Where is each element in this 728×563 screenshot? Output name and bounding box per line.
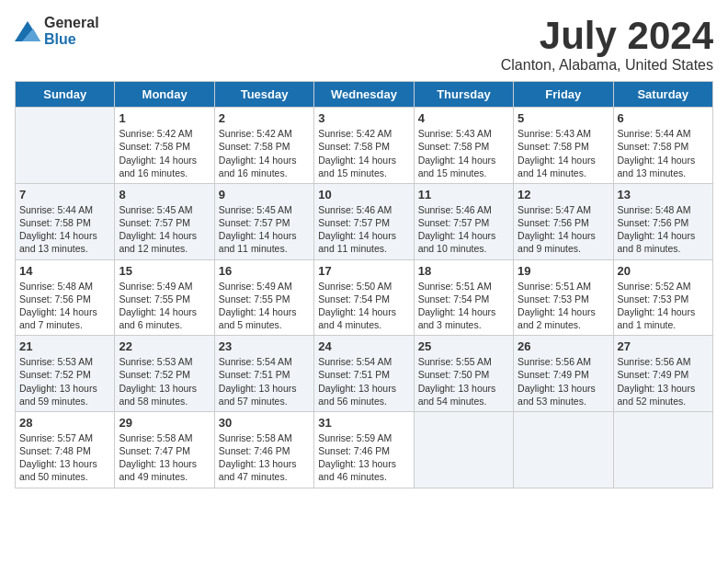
day-number: 28 [19, 416, 110, 430]
day-info: Sunrise: 5:59 AMSunset: 7:46 PMDaylight:… [318, 431, 409, 484]
main-title: July 2024 [501, 15, 713, 57]
day-info: Sunrise: 5:50 AMSunset: 7:54 PMDaylight:… [318, 280, 409, 332]
day-info: Sunrise: 5:58 AMSunset: 7:46 PMDaylight:… [219, 431, 310, 484]
day-info: Sunrise: 5:46 AMSunset: 7:57 PMDaylight:… [418, 203, 509, 256]
day-info: Sunrise: 5:52 AMSunset: 7:53 PMDaylight:… [618, 280, 709, 332]
day-info: Sunrise: 5:56 AMSunset: 7:49 PMDaylight:… [618, 355, 709, 408]
calendar-cell [514, 411, 613, 488]
calendar-cell: 31Sunrise: 5:59 AMSunset: 7:46 PMDayligh… [314, 411, 414, 488]
calendar-week-5: 28Sunrise: 5:57 AMSunset: 7:48 PMDayligh… [16, 411, 713, 488]
day-number: 10 [318, 188, 409, 201]
day-number: 4 [418, 111, 509, 125]
calendar-cell: 6Sunrise: 5:44 AMSunset: 7:58 PMDaylight… [613, 108, 712, 184]
day-number: 2 [219, 111, 310, 125]
calendar-week-2: 7Sunrise: 5:44 AMSunset: 7:58 PMDaylight… [16, 183, 713, 259]
day-number: 14 [19, 264, 110, 278]
calendar-cell: 17Sunrise: 5:50 AMSunset: 7:54 PMDayligh… [314, 259, 414, 336]
calendar-cell: 20Sunrise: 5:52 AMSunset: 7:53 PMDayligh… [613, 259, 712, 336]
day-number: 1 [119, 111, 210, 125]
day-info: Sunrise: 5:56 AMSunset: 7:49 PMDaylight:… [518, 355, 609, 408]
day-number: 11 [418, 188, 509, 201]
header-cell-friday: Friday [514, 82, 613, 108]
day-number: 25 [418, 339, 509, 353]
calendar-cell: 3Sunrise: 5:42 AMSunset: 7:58 PMDaylight… [314, 108, 414, 184]
day-info: Sunrise: 5:45 AMSunset: 7:57 PMDaylight:… [219, 203, 310, 256]
day-number: 13 [618, 188, 709, 201]
day-number: 27 [618, 339, 709, 353]
day-info: Sunrise: 5:55 AMSunset: 7:50 PMDaylight:… [418, 355, 509, 408]
logo-general: General [44, 15, 99, 30]
calendar-cell: 19Sunrise: 5:51 AMSunset: 7:53 PMDayligh… [514, 259, 613, 336]
day-info: Sunrise: 5:51 AMSunset: 7:53 PMDaylight:… [518, 280, 609, 332]
header-cell-sunday: Sunday [16, 82, 115, 108]
day-info: Sunrise: 5:49 AMSunset: 7:55 PMDaylight:… [119, 280, 210, 332]
header-cell-wednesday: Wednesday [314, 82, 414, 108]
calendar-cell: 25Sunrise: 5:55 AMSunset: 7:50 PMDayligh… [414, 336, 513, 412]
calendar-cell [414, 411, 513, 488]
calendar-cell: 14Sunrise: 5:48 AMSunset: 7:56 PMDayligh… [16, 259, 115, 336]
day-info: Sunrise: 5:42 AMSunset: 7:58 PMDaylight:… [119, 127, 210, 179]
calendar-cell: 5Sunrise: 5:43 AMSunset: 7:58 PMDaylight… [514, 108, 613, 184]
day-number: 21 [19, 339, 110, 353]
day-info: Sunrise: 5:54 AMSunset: 7:51 PMDaylight:… [219, 355, 310, 408]
day-number: 26 [518, 339, 609, 353]
calendar-body: 1Sunrise: 5:42 AMSunset: 7:58 PMDaylight… [16, 108, 713, 488]
calendar-cell: 29Sunrise: 5:58 AMSunset: 7:47 PMDayligh… [115, 411, 214, 488]
logo-blue: Blue [44, 31, 76, 47]
header-cell-thursday: Thursday [414, 82, 513, 108]
day-number: 7 [19, 188, 110, 201]
calendar-cell: 28Sunrise: 5:57 AMSunset: 7:48 PMDayligh… [16, 411, 115, 488]
calendar-cell: 11Sunrise: 5:46 AMSunset: 7:57 PMDayligh… [414, 183, 513, 259]
day-info: Sunrise: 5:43 AMSunset: 7:58 PMDaylight:… [418, 127, 509, 179]
day-info: Sunrise: 5:49 AMSunset: 7:55 PMDaylight:… [219, 280, 310, 332]
day-number: 3 [318, 111, 409, 125]
calendar-cell: 9Sunrise: 5:45 AMSunset: 7:57 PMDaylight… [214, 183, 313, 259]
day-number: 17 [318, 264, 409, 278]
calendar-cell: 16Sunrise: 5:49 AMSunset: 7:55 PMDayligh… [214, 259, 313, 336]
calendar-cell: 21Sunrise: 5:53 AMSunset: 7:52 PMDayligh… [16, 336, 115, 412]
calendar-cell: 8Sunrise: 5:45 AMSunset: 7:57 PMDaylight… [115, 183, 214, 259]
header-row: SundayMondayTuesdayWednesdayThursdayFrid… [16, 82, 713, 108]
day-info: Sunrise: 5:48 AMSunset: 7:56 PMDaylight:… [19, 280, 110, 332]
calendar-week-3: 14Sunrise: 5:48 AMSunset: 7:56 PMDayligh… [16, 259, 713, 336]
day-info: Sunrise: 5:53 AMSunset: 7:52 PMDaylight:… [119, 355, 210, 408]
calendar-cell: 1Sunrise: 5:42 AMSunset: 7:58 PMDaylight… [115, 108, 214, 184]
page-header: General Blue July 2024 Clanton, Alabama,… [15, 15, 713, 74]
day-number: 22 [119, 339, 210, 353]
day-info: Sunrise: 5:54 AMSunset: 7:51 PMDaylight:… [318, 355, 409, 408]
day-number: 12 [518, 188, 609, 201]
day-info: Sunrise: 5:53 AMSunset: 7:52 PMDaylight:… [19, 355, 110, 408]
day-info: Sunrise: 5:47 AMSunset: 7:56 PMDaylight:… [518, 203, 609, 256]
day-info: Sunrise: 5:46 AMSunset: 7:57 PMDaylight:… [318, 203, 409, 256]
day-info: Sunrise: 5:42 AMSunset: 7:58 PMDaylight:… [318, 127, 409, 179]
day-number: 8 [119, 188, 210, 201]
calendar-cell: 12Sunrise: 5:47 AMSunset: 7:56 PMDayligh… [514, 183, 613, 259]
calendar-cell: 24Sunrise: 5:54 AMSunset: 7:51 PMDayligh… [314, 336, 414, 412]
day-number: 31 [318, 416, 409, 430]
header-cell-tuesday: Tuesday [214, 82, 313, 108]
day-info: Sunrise: 5:57 AMSunset: 7:48 PMDaylight:… [19, 431, 110, 484]
calendar-header: SundayMondayTuesdayWednesdayThursdayFrid… [16, 82, 713, 108]
day-number: 9 [219, 188, 310, 201]
logo-icon [15, 21, 40, 41]
day-number: 16 [219, 264, 310, 278]
calendar-table: SundayMondayTuesdayWednesdayThursdayFrid… [15, 81, 713, 488]
day-info: Sunrise: 5:51 AMSunset: 7:54 PMDaylight:… [418, 280, 509, 332]
day-number: 24 [318, 339, 409, 353]
calendar-week-1: 1Sunrise: 5:42 AMSunset: 7:58 PMDaylight… [16, 108, 713, 184]
day-info: Sunrise: 5:58 AMSunset: 7:47 PMDaylight:… [119, 431, 210, 484]
calendar-cell: 7Sunrise: 5:44 AMSunset: 7:58 PMDaylight… [16, 183, 115, 259]
calendar-cell: 26Sunrise: 5:56 AMSunset: 7:49 PMDayligh… [514, 336, 613, 412]
calendar-cell [16, 108, 115, 184]
day-info: Sunrise: 5:44 AMSunset: 7:58 PMDaylight:… [19, 203, 110, 256]
calendar-cell [613, 411, 712, 488]
calendar-cell: 15Sunrise: 5:49 AMSunset: 7:55 PMDayligh… [115, 259, 214, 336]
day-info: Sunrise: 5:42 AMSunset: 7:58 PMDaylight:… [219, 127, 310, 179]
day-number: 15 [119, 264, 210, 278]
calendar-cell: 23Sunrise: 5:54 AMSunset: 7:51 PMDayligh… [214, 336, 313, 412]
day-number: 23 [219, 339, 310, 353]
calendar-cell: 2Sunrise: 5:42 AMSunset: 7:58 PMDaylight… [214, 108, 313, 184]
day-number: 18 [418, 264, 509, 278]
day-info: Sunrise: 5:43 AMSunset: 7:58 PMDaylight:… [518, 127, 609, 179]
day-info: Sunrise: 5:44 AMSunset: 7:58 PMDaylight:… [618, 127, 709, 179]
